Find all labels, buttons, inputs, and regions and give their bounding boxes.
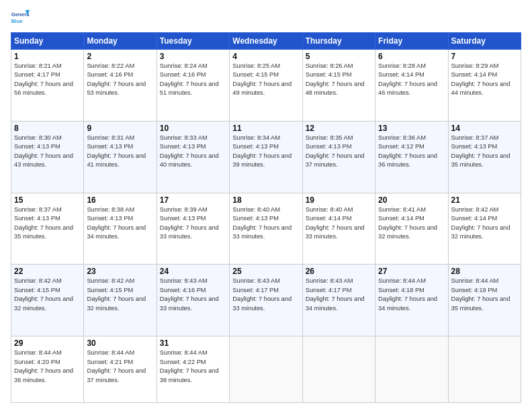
sunset-label: Sunset: 4:12 PM — [378, 143, 425, 150]
calendar-cell: 5 Sunrise: 8:26 AM Sunset: 4:15 PM Dayli… — [302, 50, 375, 122]
day-info: Sunrise: 8:43 AM Sunset: 4:17 PM Dayligh… — [306, 277, 372, 313]
sunrise-label: Sunrise: 8:43 AM — [160, 277, 208, 284]
sunset-label: Sunset: 4:15 PM — [14, 287, 60, 293]
sunrise-label: Sunrise: 8:41 AM — [378, 206, 426, 213]
daylight-label: Daylight: 7 hours and 32 minutes. — [451, 224, 511, 240]
sunset-label: Sunset: 4:13 PM — [306, 143, 352, 150]
daylight-label: Daylight: 7 hours and 34 minutes. — [87, 224, 146, 240]
sunrise-label: Sunrise: 8:39 AM — [160, 206, 208, 213]
daylight-label: Daylight: 7 hours and 33 minutes. — [160, 224, 219, 240]
calendar-cell: 14 Sunrise: 8:37 AM Sunset: 4:13 PM Dayl… — [448, 121, 521, 193]
daylight-label: Daylight: 7 hours and 32 minutes. — [87, 295, 146, 311]
col-header-friday: Friday — [375, 33, 448, 50]
sunrise-label: Sunrise: 8:24 AM — [160, 62, 208, 69]
col-header-wednesday: Wednesday — [230, 33, 302, 50]
daylight-label: Daylight: 7 hours and 35 minutes. — [14, 224, 73, 240]
sunrise-label: Sunrise: 8:25 AM — [232, 62, 280, 69]
calendar-cell: 29 Sunrise: 8:44 AM Sunset: 4:20 PM Dayl… — [11, 336, 84, 403]
logo: General Blue — [11, 8, 30, 27]
sunset-label: Sunset: 4:15 PM — [87, 287, 133, 293]
calendar-cell: 8 Sunrise: 8:30 AM Sunset: 4:13 PM Dayli… — [11, 121, 84, 193]
daylight-label: Daylight: 7 hours and 34 minutes. — [306, 295, 365, 311]
day-info: Sunrise: 8:37 AM Sunset: 4:13 PM Dayligh… — [14, 205, 81, 242]
day-info: Sunrise: 8:38 AM Sunset: 4:13 PM Dayligh… — [87, 205, 153, 242]
sunset-label: Sunset: 4:14 PM — [451, 71, 498, 78]
daylight-label: Daylight: 7 hours and 36 minutes. — [14, 367, 73, 383]
day-number: 29 — [14, 338, 81, 348]
sunset-label: Sunset: 4:19 PM — [451, 287, 498, 293]
day-number: 13 — [378, 124, 445, 133]
sunrise-label: Sunrise: 8:29 AM — [451, 62, 499, 69]
day-info: Sunrise: 8:42 AM Sunset: 4:15 PM Dayligh… — [14, 277, 81, 313]
sunrise-label: Sunrise: 8:21 AM — [14, 62, 62, 69]
day-info: Sunrise: 8:41 AM Sunset: 4:14 PM Dayligh… — [378, 205, 445, 242]
calendar-cell: 6 Sunrise: 8:28 AM Sunset: 4:14 PM Dayli… — [375, 50, 448, 122]
sunset-label: Sunset: 4:13 PM — [232, 215, 279, 222]
sunset-label: Sunset: 4:16 PM — [160, 287, 206, 293]
calendar-cell: 30 Sunrise: 8:44 AM Sunset: 4:21 PM Dayl… — [84, 336, 157, 403]
day-info: Sunrise: 8:31 AM Sunset: 4:13 PM Dayligh… — [87, 134, 153, 170]
calendar-week-row: 29 Sunrise: 8:44 AM Sunset: 4:20 PM Dayl… — [11, 336, 521, 403]
daylight-label: Daylight: 7 hours and 34 minutes. — [378, 295, 437, 311]
day-info: Sunrise: 8:44 AM Sunset: 4:19 PM Dayligh… — [451, 277, 518, 313]
calendar-page: General Blue SundayMondayTuesdayWednesda… — [0, 0, 532, 411]
daylight-label: Daylight: 7 hours and 43 minutes. — [14, 152, 73, 168]
day-info: Sunrise: 8:44 AM Sunset: 4:22 PM Dayligh… — [160, 349, 226, 385]
day-info: Sunrise: 8:42 AM Sunset: 4:15 PM Dayligh… — [87, 277, 153, 313]
day-info: Sunrise: 8:33 AM Sunset: 4:13 PM Dayligh… — [160, 134, 226, 170]
day-number: 7 — [451, 52, 518, 61]
sunset-label: Sunset: 4:13 PM — [232, 143, 279, 150]
calendar-week-row: 8 Sunrise: 8:30 AM Sunset: 4:13 PM Dayli… — [11, 121, 521, 193]
calendar-week-row: 1 Sunrise: 8:21 AM Sunset: 4:17 PM Dayli… — [11, 50, 521, 122]
sunset-label: Sunset: 4:13 PM — [87, 143, 133, 150]
day-info: Sunrise: 8:30 AM Sunset: 4:13 PM Dayligh… — [14, 134, 81, 170]
sunset-label: Sunset: 4:13 PM — [14, 215, 60, 222]
col-header-thursday: Thursday — [302, 33, 375, 50]
calendar-cell: 20 Sunrise: 8:41 AM Sunset: 4:14 PM Dayl… — [375, 193, 448, 265]
sunset-label: Sunset: 4:13 PM — [87, 215, 133, 222]
calendar-cell: 26 Sunrise: 8:43 AM Sunset: 4:17 PM Dayl… — [302, 265, 375, 336]
sunrise-label: Sunrise: 8:40 AM — [306, 206, 353, 213]
day-info: Sunrise: 8:42 AM Sunset: 4:14 PM Dayligh… — [451, 205, 518, 242]
daylight-label: Daylight: 7 hours and 56 minutes. — [14, 81, 73, 96]
calendar-cell: 28 Sunrise: 8:44 AM Sunset: 4:19 PM Dayl… — [448, 265, 521, 336]
day-info: Sunrise: 8:29 AM Sunset: 4:14 PM Dayligh… — [451, 62, 518, 98]
sunrise-label: Sunrise: 8:26 AM — [306, 62, 353, 69]
sunrise-label: Sunrise: 8:42 AM — [14, 277, 62, 284]
day-number: 27 — [378, 267, 445, 276]
day-info: Sunrise: 8:34 AM Sunset: 4:13 PM Dayligh… — [232, 134, 299, 170]
calendar-cell: 25 Sunrise: 8:43 AM Sunset: 4:17 PM Dayl… — [230, 265, 302, 336]
calendar-cell: 2 Sunrise: 8:22 AM Sunset: 4:16 PM Dayli… — [84, 50, 157, 122]
calendar-cell — [302, 336, 375, 403]
sunset-label: Sunset: 4:16 PM — [87, 71, 133, 78]
calendar-cell: 19 Sunrise: 8:40 AM Sunset: 4:14 PM Dayl… — [302, 193, 375, 265]
day-number: 10 — [160, 124, 226, 133]
daylight-label: Daylight: 7 hours and 46 minutes. — [378, 81, 437, 96]
sunrise-label: Sunrise: 8:38 AM — [87, 206, 134, 213]
day-info: Sunrise: 8:36 AM Sunset: 4:12 PM Dayligh… — [378, 134, 445, 170]
calendar-cell: 12 Sunrise: 8:35 AM Sunset: 4:13 PM Dayl… — [302, 121, 375, 193]
day-number: 25 — [232, 267, 299, 276]
daylight-label: Daylight: 7 hours and 39 minutes. — [232, 152, 292, 168]
calendar-cell: 17 Sunrise: 8:39 AM Sunset: 4:13 PM Dayl… — [157, 193, 229, 265]
day-number: 18 — [232, 195, 299, 205]
daylight-label: Daylight: 7 hours and 33 minutes. — [160, 295, 219, 311]
daylight-label: Daylight: 7 hours and 35 minutes. — [451, 152, 511, 168]
day-info: Sunrise: 8:22 AM Sunset: 4:16 PM Dayligh… — [87, 62, 153, 98]
day-number: 22 — [14, 267, 81, 276]
sunset-label: Sunset: 4:14 PM — [378, 215, 425, 222]
calendar-cell: 9 Sunrise: 8:31 AM Sunset: 4:13 PM Dayli… — [84, 121, 157, 193]
daylight-label: Daylight: 7 hours and 32 minutes. — [378, 224, 437, 240]
daylight-label: Daylight: 7 hours and 41 minutes. — [87, 152, 146, 168]
day-info: Sunrise: 8:44 AM Sunset: 4:18 PM Dayligh… — [378, 277, 445, 313]
sunset-label: Sunset: 4:15 PM — [232, 71, 279, 78]
day-info: Sunrise: 8:44 AM Sunset: 4:20 PM Dayligh… — [14, 349, 81, 385]
daylight-label: Daylight: 7 hours and 32 minutes. — [14, 295, 73, 311]
calendar-cell: 3 Sunrise: 8:24 AM Sunset: 4:16 PM Dayli… — [157, 50, 229, 122]
day-number: 4 — [232, 52, 299, 61]
sunset-label: Sunset: 4:20 PM — [14, 359, 60, 365]
day-number: 3 — [160, 52, 226, 61]
logo-icon: General Blue — [11, 8, 30, 27]
calendar-header-row: SundayMondayTuesdayWednesdayThursdayFrid… — [11, 33, 521, 50]
page-header: General Blue — [11, 8, 521, 27]
